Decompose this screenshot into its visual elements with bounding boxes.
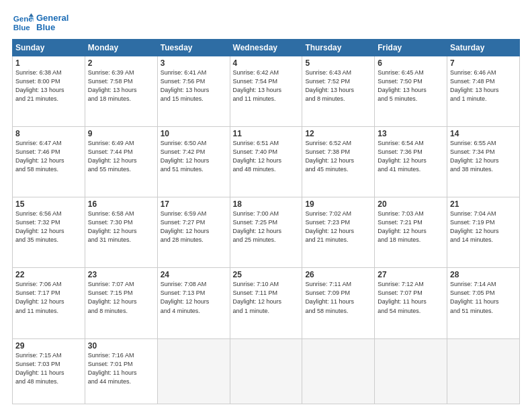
day-number: 22 bbox=[15, 270, 82, 279]
day-number: 23 bbox=[88, 270, 154, 279]
empty-cell bbox=[447, 338, 520, 404]
day-info: Sunrise: 7:03 AM Sunset: 7:21 PM Dayligh… bbox=[378, 210, 444, 244]
day-cell: 24 Sunrise: 7:08 AM Sunset: 7:13 PM Dayl… bbox=[157, 268, 230, 338]
day-number: 5 bbox=[305, 58, 371, 68]
calendar-header-row: Sunday Monday Tuesday Wednesday Thursday… bbox=[13, 40, 520, 56]
calendar-row: 8 Sunrise: 6:47 AM Sunset: 7:46 PM Dayli… bbox=[13, 127, 520, 197]
col-saturday: Saturday bbox=[447, 40, 520, 56]
logo: General Blue General Blue bbox=[12, 12, 69, 34]
day-cell: 28 Sunrise: 7:14 AM Sunset: 7:05 PM Dayl… bbox=[447, 268, 520, 338]
day-info: Sunrise: 7:02 AM Sunset: 7:23 PM Dayligh… bbox=[305, 210, 371, 244]
day-number: 14 bbox=[450, 129, 517, 138]
day-info: Sunrise: 7:07 AM Sunset: 7:15 PM Dayligh… bbox=[88, 280, 154, 315]
day-number: 30 bbox=[88, 341, 154, 351]
day-info: Sunrise: 7:04 AM Sunset: 7:19 PM Dayligh… bbox=[450, 210, 517, 244]
empty-cell bbox=[157, 338, 230, 404]
day-cell: 30 Sunrise: 7:16 AM Sunset: 7:01 PM Dayl… bbox=[85, 338, 157, 404]
col-sunday: Sunday bbox=[13, 40, 85, 56]
day-cell: 22 Sunrise: 7:06 AM Sunset: 7:17 PM Dayl… bbox=[13, 268, 85, 338]
day-number: 9 bbox=[88, 129, 154, 138]
calendar-table: Sunday Monday Tuesday Wednesday Thursday… bbox=[12, 39, 520, 404]
day-cell: 25 Sunrise: 7:10 AM Sunset: 7:11 PM Dayl… bbox=[230, 268, 302, 338]
day-number: 1 bbox=[15, 58, 82, 68]
day-info: Sunrise: 6:38 AM Sunset: 8:00 PM Dayligh… bbox=[15, 68, 82, 103]
day-number: 10 bbox=[161, 129, 227, 138]
day-info: Sunrise: 6:45 AM Sunset: 7:50 PM Dayligh… bbox=[378, 68, 444, 103]
day-number: 20 bbox=[378, 199, 444, 209]
col-monday: Monday bbox=[85, 40, 157, 56]
day-info: Sunrise: 7:15 AM Sunset: 7:03 PM Dayligh… bbox=[15, 351, 82, 386]
day-info: Sunrise: 7:10 AM Sunset: 7:11 PM Dayligh… bbox=[233, 280, 300, 315]
logo-general: General bbox=[36, 13, 69, 23]
day-info: Sunrise: 6:58 AM Sunset: 7:30 PM Dayligh… bbox=[88, 210, 154, 244]
day-number: 24 bbox=[161, 270, 227, 279]
header: General Blue General Blue bbox=[12, 12, 520, 34]
day-cell: 26 Sunrise: 7:11 AM Sunset: 7:09 PM Dayl… bbox=[302, 268, 375, 338]
day-info: Sunrise: 6:47 AM Sunset: 7:46 PM Dayligh… bbox=[15, 139, 82, 174]
logo-icon: General Blue bbox=[12, 12, 34, 34]
day-info: Sunrise: 7:16 AM Sunset: 7:01 PM Dayligh… bbox=[88, 351, 154, 386]
day-cell: 19 Sunrise: 7:02 AM Sunset: 7:23 PM Dayl… bbox=[302, 197, 375, 268]
day-cell: 6 Sunrise: 6:45 AM Sunset: 7:50 PM Dayli… bbox=[375, 56, 447, 127]
day-number: 7 bbox=[450, 58, 517, 68]
day-info: Sunrise: 6:52 AM Sunset: 7:38 PM Dayligh… bbox=[305, 139, 371, 174]
empty-cell bbox=[230, 338, 302, 404]
day-cell: 21 Sunrise: 7:04 AM Sunset: 7:19 PM Dayl… bbox=[447, 197, 520, 268]
empty-cell bbox=[375, 338, 447, 404]
day-info: Sunrise: 6:46 AM Sunset: 7:48 PM Dayligh… bbox=[450, 68, 517, 103]
day-number: 29 bbox=[15, 341, 82, 351]
day-info: Sunrise: 6:54 AM Sunset: 7:36 PM Dayligh… bbox=[378, 139, 444, 174]
day-number: 13 bbox=[378, 129, 444, 138]
calendar-row: 29 Sunrise: 7:15 AM Sunset: 7:03 PM Dayl… bbox=[13, 338, 520, 404]
day-cell: 12 Sunrise: 6:52 AM Sunset: 7:38 PM Dayl… bbox=[302, 127, 375, 197]
calendar-row: 1 Sunrise: 6:38 AM Sunset: 8:00 PM Dayli… bbox=[13, 56, 520, 127]
day-cell: 4 Sunrise: 6:42 AM Sunset: 7:54 PM Dayli… bbox=[230, 56, 302, 127]
day-info: Sunrise: 6:55 AM Sunset: 7:34 PM Dayligh… bbox=[450, 139, 517, 174]
day-number: 2 bbox=[88, 58, 154, 68]
day-info: Sunrise: 7:06 AM Sunset: 7:17 PM Dayligh… bbox=[15, 280, 82, 315]
day-number: 19 bbox=[305, 199, 371, 209]
day-cell: 15 Sunrise: 6:56 AM Sunset: 7:32 PM Dayl… bbox=[13, 197, 85, 268]
day-number: 17 bbox=[161, 199, 227, 209]
day-number: 12 bbox=[305, 129, 371, 138]
day-info: Sunrise: 7:08 AM Sunset: 7:13 PM Dayligh… bbox=[161, 280, 227, 315]
day-cell: 20 Sunrise: 7:03 AM Sunset: 7:21 PM Dayl… bbox=[375, 197, 447, 268]
day-cell: 2 Sunrise: 6:39 AM Sunset: 7:58 PM Dayli… bbox=[85, 56, 157, 127]
day-number: 26 bbox=[305, 270, 371, 279]
day-number: 18 bbox=[233, 199, 300, 209]
day-cell: 23 Sunrise: 7:07 AM Sunset: 7:15 PM Dayl… bbox=[85, 268, 157, 338]
day-number: 16 bbox=[88, 199, 154, 209]
day-number: 27 bbox=[378, 270, 444, 279]
day-info: Sunrise: 6:42 AM Sunset: 7:54 PM Dayligh… bbox=[233, 68, 300, 103]
day-cell: 27 Sunrise: 7:12 AM Sunset: 7:07 PM Dayl… bbox=[375, 268, 447, 338]
day-cell: 29 Sunrise: 7:15 AM Sunset: 7:03 PM Dayl… bbox=[13, 338, 85, 404]
day-number: 4 bbox=[233, 58, 300, 68]
logo-blue: Blue bbox=[36, 23, 69, 32]
day-number: 3 bbox=[161, 58, 227, 68]
day-cell: 9 Sunrise: 6:49 AM Sunset: 7:44 PM Dayli… bbox=[85, 127, 157, 197]
day-number: 11 bbox=[233, 129, 300, 138]
day-number: 21 bbox=[450, 199, 517, 209]
day-cell: 16 Sunrise: 6:58 AM Sunset: 7:30 PM Dayl… bbox=[85, 197, 157, 268]
day-info: Sunrise: 7:00 AM Sunset: 7:25 PM Dayligh… bbox=[233, 210, 300, 244]
day-info: Sunrise: 6:51 AM Sunset: 7:40 PM Dayligh… bbox=[233, 139, 300, 174]
day-cell: 3 Sunrise: 6:41 AM Sunset: 7:56 PM Dayli… bbox=[157, 56, 230, 127]
day-number: 25 bbox=[233, 270, 300, 279]
day-number: 28 bbox=[450, 270, 517, 279]
day-info: Sunrise: 6:50 AM Sunset: 7:42 PM Dayligh… bbox=[161, 139, 227, 174]
day-cell: 14 Sunrise: 6:55 AM Sunset: 7:34 PM Dayl… bbox=[447, 127, 520, 197]
day-cell: 18 Sunrise: 7:00 AM Sunset: 7:25 PM Dayl… bbox=[230, 197, 302, 268]
empty-cell bbox=[302, 338, 375, 404]
day-info: Sunrise: 6:49 AM Sunset: 7:44 PM Dayligh… bbox=[88, 139, 154, 174]
day-cell: 17 Sunrise: 6:59 AM Sunset: 7:27 PM Dayl… bbox=[157, 197, 230, 268]
calendar-row: 15 Sunrise: 6:56 AM Sunset: 7:32 PM Dayl… bbox=[13, 197, 520, 268]
day-cell: 1 Sunrise: 6:38 AM Sunset: 8:00 PM Dayli… bbox=[13, 56, 85, 127]
day-info: Sunrise: 7:14 AM Sunset: 7:05 PM Dayligh… bbox=[450, 280, 517, 315]
day-info: Sunrise: 6:56 AM Sunset: 7:32 PM Dayligh… bbox=[15, 210, 82, 244]
day-cell: 13 Sunrise: 6:54 AM Sunset: 7:36 PM Dayl… bbox=[375, 127, 447, 197]
col-wednesday: Wednesday bbox=[230, 40, 302, 56]
day-cell: 10 Sunrise: 6:50 AM Sunset: 7:42 PM Dayl… bbox=[157, 127, 230, 197]
svg-text:Blue: Blue bbox=[13, 24, 31, 32]
page: General Blue General Blue Sunday Monday … bbox=[0, 0, 532, 411]
day-info: Sunrise: 6:41 AM Sunset: 7:56 PM Dayligh… bbox=[161, 68, 227, 103]
